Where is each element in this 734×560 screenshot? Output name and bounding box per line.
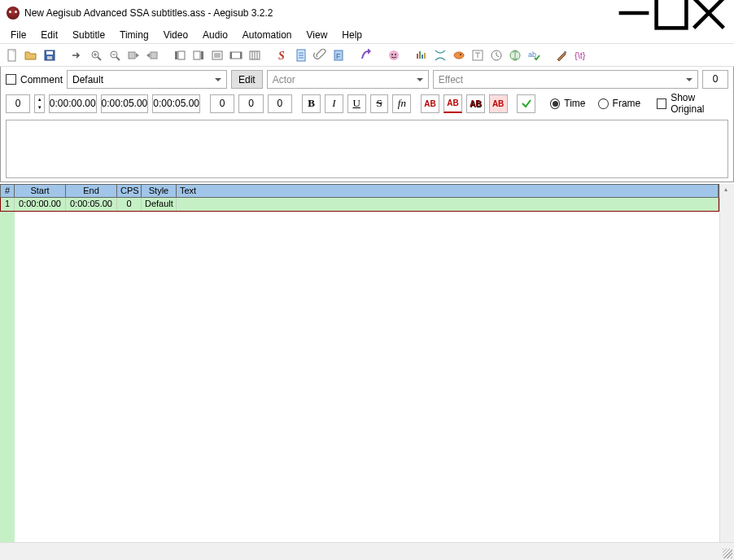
video-jump-start-icon[interactable] [125, 47, 142, 63]
sort-icon[interactable] [507, 47, 523, 63]
cell-num: 1 [1, 198, 15, 211]
menu-video[interactable]: Video [156, 27, 195, 43]
jump-icon[interactable] [69, 47, 85, 63]
edit-style-button[interactable]: Edit [231, 70, 263, 89]
subtitle-text-input[interactable] [6, 120, 728, 178]
font-button[interactable]: fn [392, 94, 411, 113]
snap-scene-icon[interactable] [228, 47, 244, 63]
grid-body[interactable] [0, 212, 734, 542]
strike-button[interactable]: S [370, 94, 389, 113]
resample-icon[interactable] [432, 47, 448, 63]
grid-col-num[interactable]: # [1, 185, 15, 197]
save-icon[interactable] [42, 47, 58, 63]
assistant-icon[interactable] [386, 47, 402, 63]
frame-radio[interactable] [598, 98, 608, 109]
menu-help[interactable]: Help [334, 27, 369, 43]
italic-button[interactable]: I [325, 94, 343, 113]
menu-audio[interactable]: Audio [195, 27, 235, 43]
options-icon[interactable] [553, 47, 570, 63]
svg-line-13 [116, 57, 120, 60]
primary-color-button[interactable]: AB [421, 94, 439, 113]
bold-button[interactable]: B [302, 94, 321, 113]
svg-point-39 [389, 50, 399, 60]
grid-col-text[interactable]: Text [177, 185, 719, 197]
attachments-icon[interactable] [312, 47, 328, 63]
frame-label: Frame [613, 98, 641, 109]
svg-rect-19 [201, 51, 203, 59]
actor-combo[interactable]: Actor [267, 70, 429, 89]
video-jump-end-icon[interactable] [144, 47, 160, 63]
automation-icon[interactable] [358, 47, 374, 63]
grid-col-start[interactable]: Start [15, 185, 66, 197]
time-radio[interactable] [550, 98, 560, 109]
duration-input[interactable]: 0:00:05.00 [152, 94, 200, 113]
toolbar: S F ab {\t} [0, 44, 734, 67]
open-icon[interactable] [23, 47, 39, 63]
cell-end: 0:00:05.00 [66, 198, 117, 211]
svg-rect-45 [424, 53, 426, 59]
outline-color-button[interactable]: AB [466, 94, 485, 113]
subtitle-grid: # Start End CPS Style Text 1 0:00:00.00 … [0, 184, 734, 542]
svg-rect-7 [47, 56, 52, 59]
menu-automation[interactable]: Automation [235, 27, 299, 43]
snap-end-icon[interactable] [190, 47, 207, 63]
underline-button[interactable]: U [347, 94, 366, 113]
styles-manager-icon[interactable]: S [274, 47, 291, 63]
zoom-in-icon[interactable] [88, 47, 104, 63]
svg-line-9 [98, 57, 101, 60]
status-bar [0, 542, 734, 560]
svg-rect-27 [240, 52, 242, 59]
end-time-input[interactable]: 0:00:05.00 [101, 94, 149, 113]
menu-view[interactable]: View [299, 27, 335, 43]
timing-post-icon[interactable] [451, 47, 467, 63]
close-button[interactable] [690, 1, 727, 25]
comment-checkbox[interactable] [6, 74, 16, 85]
app-icon [7, 7, 20, 20]
svg-rect-6 [46, 51, 53, 55]
style-combo[interactable]: Default [67, 70, 227, 89]
kanji-timer-icon[interactable] [470, 47, 486, 63]
secondary-color-button[interactable]: AB [443, 94, 462, 113]
minimize-button[interactable] [615, 1, 653, 25]
resize-grip[interactable] [723, 549, 732, 558]
subtitle-edit-panel: Comment Default Edit Actor Effect 0 0 ▲▼… [0, 67, 734, 182]
fonts-collector-icon[interactable]: F [330, 47, 347, 63]
char-count: 0 [702, 70, 728, 89]
commit-button[interactable] [517, 94, 535, 113]
shift-times-icon[interactable] [247, 47, 263, 63]
spellcheck-icon[interactable]: ab [526, 47, 542, 63]
comment-label: Comment [20, 74, 63, 85]
svg-text:{\t}: {\t} [575, 50, 586, 60]
snap-start-icon[interactable] [172, 47, 188, 63]
svg-rect-26 [230, 52, 232, 59]
properties-icon[interactable] [293, 47, 309, 63]
effect-combo[interactable]: Effect [433, 70, 698, 89]
layer-input[interactable]: 0 [6, 94, 30, 113]
menu-file[interactable]: File [3, 27, 33, 43]
grid-col-end[interactable]: End [66, 185, 117, 197]
menu-edit[interactable]: Edit [33, 27, 65, 43]
grid-col-cps[interactable]: CPS [117, 185, 142, 197]
menu-subtitle[interactable]: Subtitle [65, 27, 112, 43]
spectrum-icon[interactable] [413, 47, 430, 63]
show-original-checkbox[interactable] [657, 98, 666, 109]
svg-point-40 [391, 54, 393, 55]
margin-vert-input[interactable]: 0 [268, 94, 292, 113]
margin-left-input[interactable]: 0 [210, 94, 234, 113]
grid-row[interactable]: 1 0:00:00.00 0:00:05.00 0 Default [0, 198, 719, 212]
select-visible-icon[interactable] [209, 47, 225, 63]
cell-start: 0:00:00.00 [15, 198, 66, 211]
start-time-input[interactable]: 0:00:00.00 [49, 94, 97, 113]
shadow-color-button[interactable]: AB [489, 94, 508, 113]
menu-timing[interactable]: Timing [112, 27, 156, 43]
new-icon[interactable] [4, 47, 20, 63]
grid-col-style[interactable]: Style [142, 185, 177, 197]
maximize-button[interactable] [653, 1, 690, 25]
margin-right-input[interactable]: 0 [238, 94, 263, 113]
cycle-tag-icon[interactable]: {\t} [572, 47, 588, 63]
layer-spinner[interactable]: ▲▼ [34, 94, 44, 113]
zoom-out-icon[interactable] [107, 47, 123, 63]
cell-text [177, 198, 719, 211]
svg-point-47 [460, 54, 461, 55]
shift-times-clock-icon[interactable] [488, 47, 505, 63]
